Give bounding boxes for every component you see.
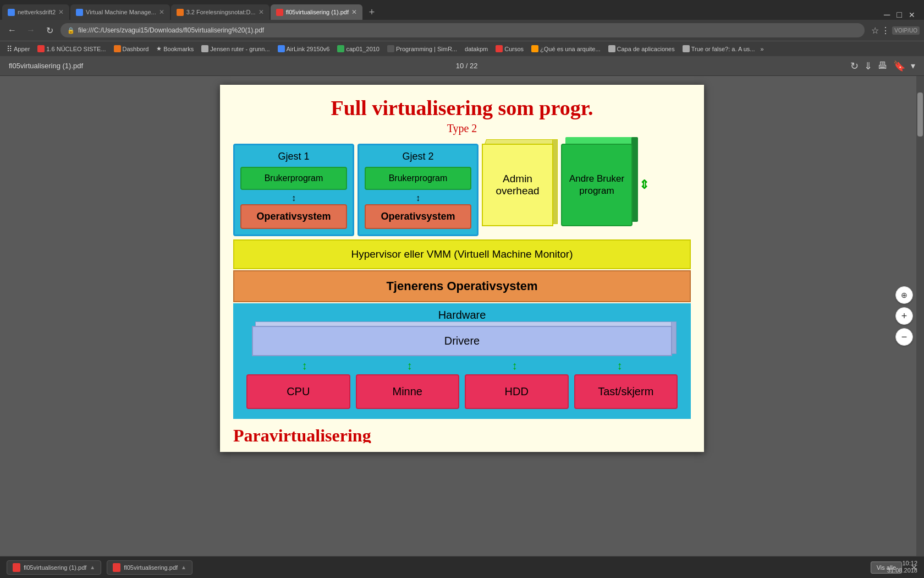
bm-capa[interactable]: Capa de aplicaciones bbox=[605, 44, 678, 53]
nav-bar: ← → ↻ 🔒 file:///C:/Users/zvagui15/Downlo… bbox=[0, 20, 924, 41]
cpu-arrow: ↕ bbox=[302, 359, 307, 372]
tab-close-3[interactable]: ✕ bbox=[258, 8, 264, 16]
tab-forelesning[interactable]: 3.2 Forelesningsnotat:D... ✕ bbox=[171, 4, 270, 20]
guest1-os: Operativsystem bbox=[240, 204, 347, 229]
pdf-icon-2 bbox=[113, 563, 120, 572]
guest1-bruker: Brukerprogram bbox=[240, 167, 347, 190]
tast-arrow: ↕ bbox=[617, 359, 623, 372]
andre-bruker-box: Andre Bruker program bbox=[561, 144, 632, 226]
tab-close-2[interactable]: ✕ bbox=[159, 8, 164, 16]
bm-capa-label: Capa de aplicaciones bbox=[617, 46, 675, 52]
bookmarks-overflow[interactable]: » bbox=[761, 46, 764, 52]
lock-icon: 🔒 bbox=[67, 27, 75, 34]
pdf-print-btn[interactable]: 🖶 bbox=[878, 60, 888, 72]
bm-airlink-label: AirLink 29150v6 bbox=[287, 46, 330, 52]
guest2-os: Operativsystem bbox=[365, 204, 471, 229]
pdf-reload-btn[interactable]: ↻ bbox=[850, 60, 859, 72]
window-close-btn[interactable]: ✕ bbox=[906, 10, 917, 19]
admin-overhead-wrapper: Admin overhead bbox=[482, 144, 553, 226]
url-text: file:///C:/Users/zvagui15/Downloads/fl05… bbox=[78, 26, 264, 34]
hardware-label: Hardware bbox=[241, 309, 683, 321]
pdf-page-info: 10 / 22 bbox=[456, 62, 478, 70]
guest1-box: Gjest 1 Brukerprogram ↕ Operativsystem bbox=[233, 144, 354, 236]
bm-bookmarks[interactable]: ★ Bookmarks bbox=[153, 44, 197, 53]
address-bar[interactable]: 🔒 file:///C:/Users/zvagui15/Downloads/fl… bbox=[61, 23, 865, 37]
bm-dashbord[interactable]: Dashbord bbox=[111, 44, 152, 53]
zoom-controls: ⊕ + − bbox=[895, 286, 913, 346]
tast-box: Tast/skjerm bbox=[574, 374, 678, 409]
tab-vmm[interactable]: Virtual Machine Manage... ✕ bbox=[70, 4, 170, 20]
tab-active[interactable]: fl05virtualisering (1).pdf ✕ bbox=[271, 4, 362, 20]
pdf-bookmark-btn[interactable]: 🔖 bbox=[893, 60, 905, 72]
slide-title: Full virtualisering som progr. bbox=[233, 96, 691, 120]
slide-type: Type 2 bbox=[233, 122, 691, 135]
bm-nucleo[interactable]: 1.6 NÚCLEO SISTE... bbox=[34, 44, 109, 53]
zoom-out-btn[interactable]: − bbox=[895, 328, 913, 346]
window-min-btn[interactable]: ─ bbox=[882, 10, 892, 20]
pdf-icon-1 bbox=[13, 563, 20, 572]
scrollbar-track[interactable] bbox=[916, 76, 924, 556]
menu-button[interactable]: ⋮ bbox=[881, 25, 890, 36]
upper-diagram: Gjest 1 Brukerprogram ↕ Operativsystem G… bbox=[233, 144, 691, 236]
bm-arquitecte[interactable]: ¿Qué es una arquite... bbox=[528, 44, 603, 53]
pdf-download-btn[interactable]: ⇓ bbox=[864, 60, 872, 72]
bm-datakpm[interactable]: datakpm bbox=[461, 45, 491, 53]
download-chevron-1: ▲ bbox=[90, 564, 95, 570]
pdf-menu-btn[interactable]: ▾ bbox=[911, 61, 915, 71]
admin-overhead-box: Admin overhead bbox=[482, 144, 553, 226]
bookmarks-bar: ⠿ Apper 1.6 NÚCLEO SISTE... Dashbord ★ B… bbox=[0, 41, 924, 56]
tab-close-4[interactable]: ✕ bbox=[351, 8, 357, 16]
apps-button[interactable]: ⠿ Apper bbox=[3, 43, 33, 54]
apps-label: Apper bbox=[14, 46, 30, 52]
bm-airlink[interactable]: AirLink 29150v6 bbox=[274, 44, 333, 53]
download-item-1[interactable]: fl05virtualisering (1).pdf ▲ bbox=[7, 560, 101, 575]
cpu-box: CPU bbox=[246, 374, 350, 409]
bm-cursos[interactable]: Cursos bbox=[492, 44, 527, 53]
bm-bookmarks-label: Bookmarks bbox=[163, 46, 194, 52]
tab-label-2: Virtual Machine Manage... bbox=[86, 9, 156, 15]
scrollbar-thumb[interactable] bbox=[917, 92, 923, 137]
bm-cap[interactable]: cap01_2010 bbox=[334, 44, 383, 53]
zoom-fit-btn[interactable]: ⊕ bbox=[895, 286, 913, 304]
time-display: 10:12 31.08.2018 bbox=[887, 560, 917, 574]
window-max-btn[interactable]: □ bbox=[894, 10, 904, 20]
tab-favicon-3 bbox=[177, 9, 184, 16]
zoom-in-btn[interactable]: + bbox=[895, 307, 913, 325]
bm-jensen-label: Jensen ruter - grunn... bbox=[210, 46, 270, 52]
andre-bruker-wrapper: Andre Bruker program ⇕ bbox=[561, 144, 632, 226]
guest1-label: Gjest 1 bbox=[240, 151, 347, 162]
forward-button[interactable]: → bbox=[23, 23, 38, 38]
tab-label-3: 3.2 Forelesningsnotat:D... bbox=[186, 9, 256, 15]
bm-true[interactable]: True or false?: a. A us... bbox=[679, 44, 758, 53]
hdd-box: HDD bbox=[465, 374, 569, 409]
bm-dashbord-label: Dashbord bbox=[123, 46, 149, 52]
guest2-bruker: Brukerprogram bbox=[365, 167, 471, 190]
back-button[interactable]: ← bbox=[4, 23, 20, 38]
tab-favicon-2 bbox=[76, 9, 83, 16]
hardware-section: Hardware Drivere ↕ ↕ ↕ ↕ CPU Minne HDD T… bbox=[233, 303, 691, 419]
tab-label-4: fl05virtualisering (1).pdf bbox=[286, 9, 349, 15]
date-text: 31.08.2018 bbox=[887, 567, 917, 574]
bookmark-star[interactable]: ☆ bbox=[871, 25, 879, 36]
tab-close-1[interactable]: ✕ bbox=[58, 8, 64, 16]
admin-overhead-text: Admin overhead bbox=[492, 173, 543, 197]
voip-icon: VOIP/UO bbox=[892, 26, 920, 35]
andre-bruker-text: Andre Bruker program bbox=[562, 173, 631, 197]
bm-cap-label: cap01_2010 bbox=[346, 46, 380, 52]
new-tab-button[interactable]: + bbox=[364, 4, 380, 20]
pdf-content-area: ⊕ + − Full virtualisering som progr. Typ… bbox=[0, 76, 924, 556]
minne-arrow: ↕ bbox=[407, 359, 413, 372]
bm-cursos-label: Cursos bbox=[504, 46, 524, 52]
guest2-arrow: ↕ bbox=[365, 193, 471, 203]
tab-favicon-1 bbox=[8, 9, 15, 16]
pdf-toolbar: fl05virtualisering (1).pdf 10 / 22 ↻ ⇓ 🖶… bbox=[0, 56, 924, 76]
tab-nettverksdrift[interactable]: nettverksdrift2 ✕ bbox=[2, 4, 69, 20]
bm-programming[interactable]: Programming | SimR... bbox=[384, 44, 460, 53]
reload-button[interactable]: ↻ bbox=[42, 23, 57, 38]
download-label-2: fl05virtualisering.pdf bbox=[124, 564, 178, 571]
bm-jensen[interactable]: Jensen ruter - grunn... bbox=[198, 44, 273, 53]
download-item-2[interactable]: fl05virtualisering.pdf ▲ bbox=[107, 560, 193, 575]
bm-programming-label: Programming | SimR... bbox=[396, 46, 457, 52]
bottom-peek: Paravirtualisering bbox=[233, 421, 691, 443]
bm-datakpm-label: datakpm bbox=[465, 46, 488, 52]
